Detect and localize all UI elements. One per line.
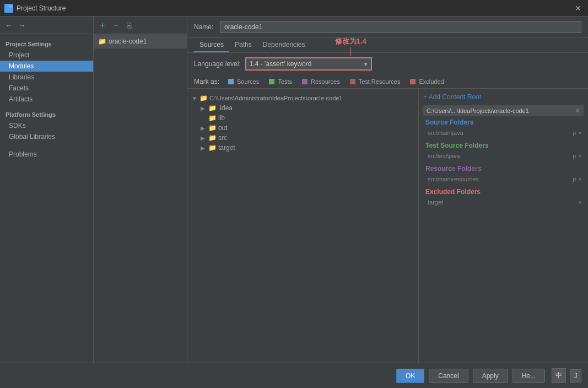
sidebar-item-libraries[interactable]: Libraries xyxy=(0,72,93,83)
module-folder-icon: 📁 xyxy=(98,37,106,45)
sidebar-item-facets[interactable]: Facets xyxy=(0,83,93,94)
source-folders-title: Source Folders xyxy=(425,118,584,126)
content-root-header: C:\Users\...\IdeaProjects\oracle-code1 ✕ xyxy=(423,105,584,116)
resource-folders-section: Resource Folders src\main\resources p × xyxy=(423,165,584,184)
file-tree: ▼ 📁 C:\Users\Administrator\IdeaProjects\… xyxy=(187,89,419,363)
tree-item-out[interactable]: ▶ 📁 out xyxy=(190,123,416,133)
lang-level-row: Language level: 1.4 - 'assert' keyword 1… xyxy=(187,53,588,75)
sidebar-item-artifacts[interactable]: Artifacts xyxy=(0,94,93,105)
tree-item-lib[interactable]: 📁 lib xyxy=(190,113,416,123)
mark-as-sources-button[interactable]: Sources xyxy=(225,77,262,86)
excluded-folders-title: Excluded Folders xyxy=(425,188,584,196)
content-area: + − ⎘ 📁 oracle-code1 Name: Source xyxy=(94,17,588,363)
source-path: src\main\java xyxy=(428,130,463,136)
idea-folder-icon: 📁 xyxy=(208,104,217,112)
source-edit-button[interactable]: p xyxy=(573,130,576,136)
tabs-row: Sources Paths Dependencies xyxy=(187,38,588,53)
excluded-folders-section: Excluded Folders target × xyxy=(423,188,584,207)
mark-as-test-resources-button[interactable]: Test Resources xyxy=(347,77,404,86)
src-folder-icon: 📁 xyxy=(208,134,217,142)
main-layout: ← → Project Settings Project Modules Lib… xyxy=(0,17,588,363)
source-folders-section: Source Folders src\main\java p × xyxy=(423,118,584,137)
tests-color-icon xyxy=(269,79,274,84)
close-button[interactable]: ✕ xyxy=(573,3,584,14)
ime-indicator-j[interactable]: J xyxy=(570,369,581,382)
sidebar-item-sdks[interactable]: SDKs xyxy=(0,120,93,131)
excluded-remove-button[interactable]: × xyxy=(578,200,581,206)
apply-button[interactable]: Apply xyxy=(473,369,508,383)
expand-icon-idea: ▶ xyxy=(201,105,208,111)
dialog-title: Project Structure xyxy=(17,4,66,12)
target-folder-label: target xyxy=(218,144,235,152)
source-path-actions: p × xyxy=(573,130,581,136)
help-button[interactable]: He... xyxy=(513,369,545,383)
resource-remove-button[interactable]: × xyxy=(578,176,581,182)
tab-paths[interactable]: Paths xyxy=(229,38,257,52)
copy-module-button[interactable]: ⎘ xyxy=(123,20,134,31)
module-toolbar: + − ⎘ xyxy=(94,17,187,34)
expand-icon-out: ▶ xyxy=(201,125,208,131)
excluded-path-row: target × xyxy=(425,198,584,207)
tree-item-src[interactable]: ▶ 📁 src xyxy=(190,133,416,143)
resource-edit-button[interactable]: p xyxy=(573,176,576,182)
remove-module-button[interactable]: − xyxy=(110,20,121,31)
out-folder-icon: 📁 xyxy=(208,124,217,132)
sidebar-item-project[interactable]: Project xyxy=(0,50,93,61)
expand-icon-target: ▶ xyxy=(201,145,208,151)
bottom-bar: OK Cancel Apply He... 中 J xyxy=(0,363,588,388)
add-module-button[interactable]: + xyxy=(97,20,108,31)
split-content: ▼ 📁 C:\Users\Administrator\IdeaProjects\… xyxy=(187,88,588,363)
tab-dependencies[interactable]: Dependencies xyxy=(257,38,311,52)
content-root-close-button[interactable]: ✕ xyxy=(575,107,580,115)
test-source-path: src\test\java xyxy=(428,153,460,159)
resource-path: src\main\resources xyxy=(428,176,479,182)
mark-as-excluded-button[interactable]: Excluded xyxy=(407,77,447,86)
lib-folder-label: lib xyxy=(218,114,225,122)
mark-as-resources-button[interactable]: Resources xyxy=(299,77,343,86)
platform-settings-section: Platform Settings xyxy=(0,109,93,120)
src-folder-label: src xyxy=(218,134,227,142)
project-structure-icon xyxy=(4,4,13,13)
dialog-wrapper: Project Structure ✕ ← → Project Settings… xyxy=(0,0,588,388)
mark-as-row: Mark as: Sources Tests Resources xyxy=(187,75,588,88)
title-bar: Project Structure ✕ xyxy=(0,0,588,17)
sidebar-item-global-libraries[interactable]: Global Libraries xyxy=(0,131,93,142)
ime-indicator-chinese[interactable]: 中 xyxy=(552,368,566,383)
root-folder-icon: 📁 xyxy=(199,94,208,102)
lib-folder-icon: 📁 xyxy=(208,114,217,122)
test-source-remove-button[interactable]: × xyxy=(578,153,581,159)
tab-sources[interactable]: Sources xyxy=(194,38,229,52)
source-remove-button[interactable]: × xyxy=(578,130,581,136)
sidebar-forward-button[interactable]: → xyxy=(17,20,28,31)
sidebar-back-button[interactable]: ← xyxy=(3,20,14,31)
lang-level-label: Language level: xyxy=(194,60,241,68)
module-list-item[interactable]: 📁 oracle-code1 xyxy=(94,34,187,48)
mark-as-tests-button[interactable]: Tests xyxy=(266,77,295,86)
tree-item-target[interactable]: ▶ 📁 target xyxy=(190,143,416,153)
target-folder-icon: 📁 xyxy=(208,144,217,152)
test-source-path-row: src\test\java p × xyxy=(425,152,584,160)
excluded-path-actions: × xyxy=(578,200,581,206)
tree-item-root[interactable]: ▼ 📁 C:\Users\Administrator\IdeaProjects\… xyxy=(190,93,416,103)
tree-item-idea[interactable]: ▶ 📁 .idea xyxy=(190,103,416,113)
ok-button[interactable]: OK xyxy=(396,369,424,383)
name-input[interactable] xyxy=(220,21,581,33)
source-path-row: src\main\java p × xyxy=(425,128,584,137)
project-settings-section: Project Settings xyxy=(0,39,93,50)
sidebar-toolbar: ← → xyxy=(0,17,93,34)
module-name: oracle-code1 xyxy=(109,37,147,45)
sidebar-item-modules[interactable]: Modules xyxy=(0,61,93,72)
resource-path-row: src\main\resources p × xyxy=(425,175,584,184)
excluded-path: target xyxy=(428,199,443,206)
idea-folder-label: .idea xyxy=(218,104,233,112)
resource-folders-title: Resource Folders xyxy=(425,165,584,173)
test-source-folders-title: Test Source Folders xyxy=(425,142,584,149)
add-content-root-button[interactable]: + Add Content Root xyxy=(423,93,584,101)
name-label: Name: xyxy=(194,23,216,31)
test-source-edit-button[interactable]: p xyxy=(573,153,576,159)
lang-level-select[interactable]: 1.4 - 'assert' keyword 1.5 - 'enum' keyw… xyxy=(245,57,372,71)
cancel-button[interactable]: Cancel xyxy=(429,369,468,383)
resources-color-icon xyxy=(302,79,308,84)
svg-rect-0 xyxy=(6,5,8,8)
sidebar-item-problems[interactable]: Problems xyxy=(0,149,93,160)
